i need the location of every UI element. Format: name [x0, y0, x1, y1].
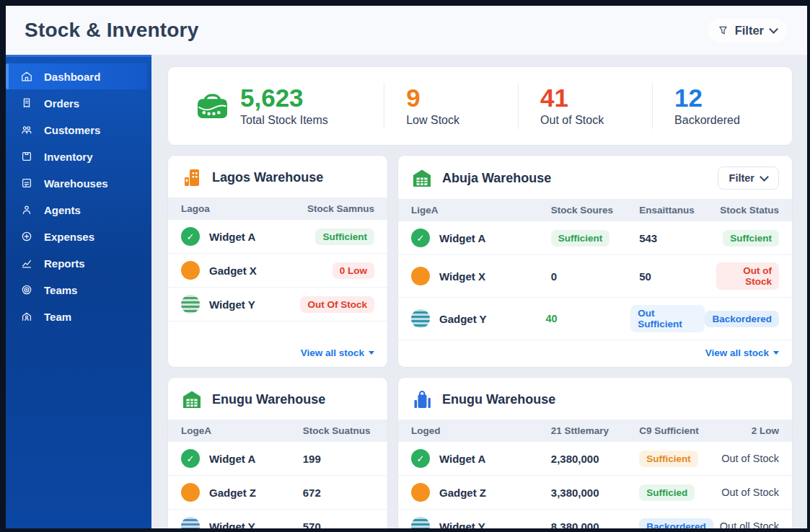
- header-filter-label: Filter: [735, 24, 764, 37]
- item-name: Widget Y: [439, 520, 485, 529]
- stock-count: 199: [303, 453, 374, 465]
- stock-count: 3,380,000: [551, 487, 639, 499]
- item-name: Widget A: [439, 453, 485, 465]
- main-content: 5,623 Total Stock Items 9 Low Stock 41 O…: [151, 55, 807, 528]
- sidebar-item-warehouses[interactable]: Warehouses: [6, 170, 147, 196]
- warehouse-card-abuja: Abuja Warehouse Filter LigeA Stock Soure…: [397, 155, 793, 368]
- stat-label: Out of Stock: [540, 114, 604, 127]
- caret-down-icon: [369, 351, 374, 355]
- building-blue-icon: [411, 389, 433, 410]
- sidebar-item-expenses[interactable]: Expenses: [6, 223, 147, 249]
- striped-sphere-icon: [411, 309, 430, 328]
- column-header: Ensaittanus: [639, 205, 716, 216]
- stat-total-stock: 5,623 Total Stock Items: [174, 83, 384, 129]
- view-all-stock-link[interactable]: View all stock: [301, 347, 374, 358]
- stats-summary-card: 5,623 Total Stock Items 9 Low Stock 41 O…: [167, 66, 793, 146]
- table-row[interactable]: Gadget Y 40 Out Sufficient Backordered: [398, 298, 792, 340]
- sidebar-item-agents[interactable]: Agents: [6, 197, 147, 223]
- stat-label: Low Stock: [406, 114, 459, 127]
- warehouse-green-icon: [181, 389, 203, 410]
- column-header: Stock Soures: [551, 205, 639, 216]
- striped-sphere-icon: [411, 517, 430, 528]
- sidebar-item-label: Warehouses: [44, 177, 108, 190]
- stock-basket-icon: [195, 92, 229, 121]
- sidebar-item-label: Team: [44, 311, 71, 323]
- sidebar-item-label: Customers: [44, 124, 100, 136]
- view-all-stock-link[interactable]: View all stock: [705, 347, 779, 358]
- status-badge: Suffcient: [723, 230, 779, 247]
- stat-value: 5,623: [240, 85, 328, 112]
- chevron-down-icon: [760, 172, 769, 182]
- check-circle-icon: ✓: [181, 449, 200, 468]
- building-orange-icon: [181, 167, 203, 188]
- status-badge: Sufficient: [315, 229, 374, 245]
- app-window: Stock & Inventory Filter Dashboard Order…: [6, 6, 807, 528]
- table-row[interactable]: Widget Y 8,380,000 Backordered Out oll S…: [398, 510, 792, 528]
- column-header: LigeA: [411, 205, 551, 216]
- teams-icon: [20, 283, 33, 296]
- filter-label: Filter: [729, 172, 754, 184]
- table-row[interactable]: ✓Widget A Sufficient 543 Suffcient: [398, 221, 792, 255]
- column-header: Stock Samnus: [307, 203, 374, 214]
- sidebar-item-label: Orders: [44, 97, 79, 110]
- sidebar-item-orders[interactable]: Orders: [6, 90, 147, 116]
- warehouse-card-enugu-right: Enugu Warehouse Loged 21 Sttlemary C9 Su…: [397, 377, 793, 528]
- sidebar-item-team[interactable]: Team: [6, 303, 147, 329]
- table-row[interactable]: Gadget Z 3,380,000 Sufficied Out of Stoc…: [398, 476, 792, 510]
- stock-count: 2,380,000: [551, 453, 639, 465]
- status-badge: Backordered: [705, 311, 779, 327]
- status-badge: Sufficied: [639, 484, 695, 501]
- item-name: Widget X: [439, 270, 485, 283]
- sidebar-item-teams[interactable]: Teams: [6, 277, 147, 303]
- stock-count: 50: [639, 270, 716, 283]
- table-row[interactable]: Gadget X 0 Low: [168, 254, 387, 288]
- sidebar-item-label: Teams: [44, 284, 77, 296]
- sidebar-item-customers[interactable]: Customers: [6, 117, 147, 143]
- column-header: 2 Low: [752, 425, 779, 436]
- warehouse-card-lagos: Lagos Warehouse Lagoa Stock Samnus ✓Widg…: [167, 155, 388, 368]
- orange-dot-icon: [181, 261, 200, 280]
- table-row[interactable]: ✓Widget A 199: [168, 442, 387, 476]
- warehouse-title: Enugu Warehouse: [442, 392, 555, 407]
- table-row[interactable]: ✓Widget A Sufficient: [168, 220, 387, 254]
- page-title: Stock & Inventory: [25, 19, 198, 42]
- item-name: Gadget X: [209, 265, 257, 277]
- warehouse-cards-grid: Lagos Warehouse Lagoa Stock Samnus ✓Widg…: [167, 155, 793, 528]
- item-name: Gadget Z: [209, 487, 256, 499]
- status-text: Out oll Stock: [720, 520, 779, 528]
- sidebar-item-inventory[interactable]: Inventory: [6, 143, 147, 169]
- inventory-icon: [20, 150, 33, 163]
- stat-backordered: 12 Backordered: [652, 83, 786, 129]
- orders-icon: [20, 97, 33, 110]
- stat-low-stock: 9 Low Stock: [384, 83, 518, 129]
- warehouse-title: Enugu Warehouse: [212, 392, 325, 407]
- sidebar-item-reports[interactable]: Reports: [6, 250, 147, 276]
- card-filter-button[interactable]: Filter: [718, 167, 779, 190]
- table-row[interactable]: Gadget Z 672: [168, 476, 387, 510]
- table-row[interactable]: Widget Y 570: [168, 510, 387, 528]
- status-text: Out of Stock: [721, 487, 779, 498]
- item-name: Gadget Y: [439, 313, 487, 325]
- item-name: Gadget Z: [439, 487, 486, 499]
- check-circle-icon: ✓: [181, 227, 200, 246]
- item-name: Widget A: [209, 231, 255, 243]
- table-header: Lagoa Stock Samnus: [168, 198, 387, 220]
- home-icon: [20, 70, 33, 83]
- warehouse-title: Abuja Warehouse: [442, 171, 551, 186]
- header-filter-button[interactable]: Filter: [708, 19, 787, 43]
- view-all-label: View all stock: [705, 347, 769, 358]
- stock-count: 40: [546, 313, 631, 324]
- column-header: Stock Suatnus: [303, 425, 374, 436]
- stat-label: Backordered: [674, 114, 740, 127]
- warehouse-green-icon: [411, 167, 433, 189]
- agents-icon: [20, 203, 33, 216]
- table-row[interactable]: ✓Widget A 2,380,000 Sufficient Out of St…: [398, 442, 792, 476]
- orange-dot-icon: [181, 483, 200, 502]
- status-badge: Sufficient: [639, 451, 698, 467]
- status-text: Out of Stock: [721, 453, 779, 464]
- stock-count: 0: [551, 270, 639, 283]
- table-row[interactable]: Widget Y Out Of Stock: [168, 288, 387, 322]
- sidebar-item-dashboard[interactable]: Dashboard: [6, 63, 147, 89]
- column-header: 21 Sttlemary: [551, 425, 639, 436]
- table-row[interactable]: Widget X 0 50 Out of Stock: [398, 255, 792, 298]
